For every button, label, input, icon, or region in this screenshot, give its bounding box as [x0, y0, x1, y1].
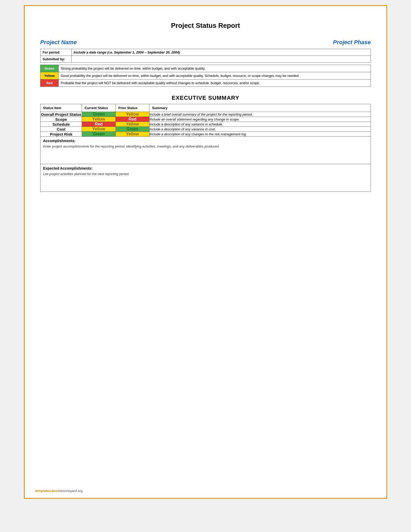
- exec-row: CostYellowGreenInclude a description of …: [40, 127, 371, 132]
- period-value: Include a date range (i.e. September 1, …: [72, 49, 371, 56]
- exec-header-row: Status Item Current Status Prior Status …: [40, 104, 371, 112]
- prior-status-cell: Yellow: [116, 112, 149, 117]
- accomplishments-header: Accomplishments:: [40, 137, 371, 144]
- submitted-value: [72, 56, 371, 63]
- status-item-cell: Project Risk: [40, 132, 82, 137]
- summary-cell: Include a description of any variance in…: [149, 127, 371, 132]
- col-prior-status: Prior Status: [116, 104, 149, 112]
- legend-red-row: Red Probable that the project will NOT b…: [40, 79, 371, 87]
- status-item-cell: Schedule: [40, 122, 82, 127]
- col-summary: Summary: [149, 104, 371, 112]
- status-item-cell: Cost: [40, 127, 82, 132]
- current-status-cell: Green: [82, 112, 116, 117]
- summary-cell: Include an overall statement regarding a…: [149, 117, 371, 122]
- legend-yellow-cell: Yellow: [40, 72, 59, 79]
- legend-green-desc: Strong probability the project will be d…: [59, 65, 371, 72]
- col-status-item: Status Item: [40, 104, 82, 112]
- current-status-cell: Red: [82, 122, 116, 127]
- period-row: For period: Include a date range (i.e. S…: [40, 49, 371, 56]
- prior-status-cell: Green: [116, 127, 149, 132]
- exec-row: Project RiskGreenYellowInclude a descrip…: [40, 132, 371, 137]
- exec-summary-title: EXECUTIVE SUMMARY: [40, 95, 371, 101]
- prior-status-cell: Red: [116, 117, 149, 122]
- expected-section: Expected Accomplishments: List project a…: [40, 164, 371, 192]
- current-status-cell: Yellow: [82, 127, 116, 132]
- legend-red-cell: Red: [40, 79, 59, 87]
- prior-status-cell: Yellow: [116, 122, 149, 127]
- page-title: Project Status Report: [40, 22, 371, 30]
- current-status-cell: Green: [82, 132, 116, 137]
- legend-red-desc: Probable that the project will NOT be de…: [59, 79, 371, 87]
- summary-cell: Include a description of any variance in…: [149, 122, 371, 127]
- footer: templates.businesvineyard.org: [35, 489, 83, 493]
- project-phase-label: Project Phase: [333, 39, 371, 46]
- legend-yellow-row: Yellow Good probability the project will…: [40, 72, 371, 79]
- current-status-cell: Yellow: [82, 117, 116, 122]
- status-item-cell: Scope: [40, 117, 82, 122]
- legend-green-row: Green Strong probability the project wil…: [40, 65, 371, 72]
- expected-header: Expected Accomplishments:: [40, 164, 371, 171]
- legend-yellow-desc: Good probability the project will be del…: [59, 72, 371, 79]
- exec-row: ScheduleRedYellowInclude a description o…: [40, 122, 371, 127]
- submitted-row: Submitted by:: [40, 56, 371, 63]
- period-label: For period:: [40, 49, 72, 56]
- legend-table: Green Strong probability the project wil…: [40, 65, 371, 87]
- exec-row: Overall Project StatusGreenYellowInclude…: [40, 112, 371, 117]
- footer-suffix: nesvineyard.org: [59, 489, 83, 493]
- summary-cell: Include a description of any changes to …: [149, 132, 371, 137]
- legend-green-cell: Green: [40, 65, 59, 72]
- page-container: Project Status Report Project Name Proje…: [24, 5, 387, 499]
- expected-text: List project activities planned for the …: [40, 171, 371, 191]
- summary-cell: Include a brief overall summary of the p…: [149, 112, 371, 117]
- project-header: Project Name Project Phase: [40, 39, 371, 46]
- accomplishments-section: Accomplishments: Enter project accomplis…: [40, 137, 371, 164]
- col-current-status: Current Status: [82, 104, 116, 112]
- exec-row: ScopeYellowRedInclude an overall stateme…: [40, 117, 371, 122]
- project-name-label: Project Name: [40, 39, 77, 46]
- prior-status-cell: Yellow: [116, 132, 149, 137]
- info-table: For period: Include a date range (i.e. S…: [40, 49, 371, 63]
- submitted-label: Submitted by:: [40, 56, 72, 63]
- exec-summary-table: Status Item Current Status Prior Status …: [40, 104, 371, 137]
- accomplishments-text: Enter project accomplishments for the re…: [40, 144, 371, 164]
- footer-prefix: templates.busi: [35, 489, 59, 493]
- status-item-cell: Overall Project Status: [40, 112, 82, 117]
